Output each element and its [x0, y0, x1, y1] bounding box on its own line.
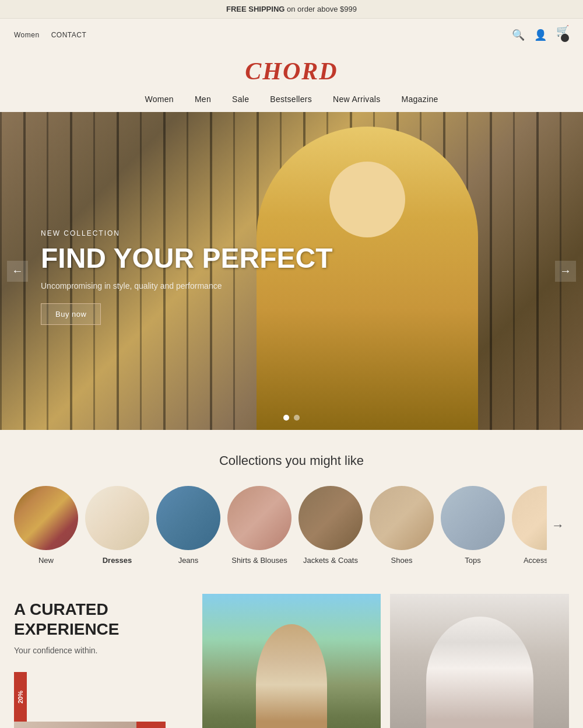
logo-area: CHORD: [0, 51, 583, 89]
collection-circle-accessories: [512, 486, 547, 550]
nav-women[interactable]: Women: [145, 94, 173, 104]
cart-icon[interactable]: 🛒 0: [556, 24, 569, 46]
hero-next-arrow[interactable]: →: [555, 261, 576, 282]
logo-link[interactable]: CHORD: [245, 71, 338, 81]
collection-circle-jackets: [298, 486, 363, 550]
hero-content: NEW COLLECTION FIND YOUR PERFECT Uncompr…: [41, 229, 332, 325]
curated-section: A CURATED EXPERIENCE Your confidence wit…: [0, 576, 583, 728]
collection-item-shoes[interactable]: Shoes: [370, 486, 434, 565]
top-nav-links: Women CONTACT: [14, 31, 86, 39]
curated-model-img-2: [390, 594, 569, 728]
curated-heading: A CURATED EXPERIENCE: [14, 600, 193, 639]
collections-row: New Dresses Jeans Shirts & Blouses Jacke…: [14, 486, 569, 565]
curated-image-right: [390, 594, 569, 728]
collection-circle-new: [14, 486, 78, 550]
collection-label-jackets: Jackets & Coats: [303, 556, 358, 565]
hero-cta-button[interactable]: Buy now: [41, 303, 101, 325]
collection-label-accessories: Accessories: [524, 556, 547, 565]
collection-item-tops[interactable]: Tops: [441, 486, 505, 565]
collections-next-arrow[interactable]: →: [547, 518, 569, 533]
discount-percent: 20%: [17, 691, 24, 704]
top-nav: Women CONTACT 🔍 👤 🛒 0: [0, 19, 583, 51]
curated-discount-badge: 20%: [136, 722, 166, 728]
top-nav-icons: 🔍 👤 🛒 0: [512, 24, 569, 46]
hero-dot-1[interactable]: [283, 415, 289, 421]
collection-item-jeans[interactable]: Jeans: [156, 486, 220, 565]
account-icon[interactable]: 👤: [534, 29, 547, 41]
announcement-bold: FREE SHIPPING: [226, 5, 285, 13]
collection-item-dresses[interactable]: Dresses: [85, 486, 149, 565]
hero-subtitle: NEW COLLECTION: [41, 229, 332, 237]
collection-item-shirts[interactable]: Shirts & Blouses: [227, 486, 292, 565]
collection-circle-shoes: [370, 486, 434, 550]
collection-label-shirts: Shirts & Blouses: [231, 556, 287, 565]
collections-title: Collections you might like: [14, 453, 569, 468]
logo-text: CHORD: [245, 58, 338, 85]
hero-prev-arrow[interactable]: ←: [7, 261, 28, 282]
search-icon[interactable]: 🔍: [512, 29, 525, 41]
nav-shipping-link[interactable]: Women: [14, 31, 40, 39]
hero-dot-2[interactable]: [294, 415, 300, 421]
collection-item-new[interactable]: New: [14, 486, 78, 565]
curated-discount-bar: 20%: [14, 672, 27, 722]
collection-label-shoes: Shoes: [391, 556, 413, 565]
nav-bestsellers[interactable]: Bestsellers: [270, 94, 312, 104]
curated-subtext: Your confidence within.: [14, 646, 193, 655]
collections-scroll: New Dresses Jeans Shirts & Blouses Jacke…: [14, 486, 547, 565]
collection-circle-dresses: [85, 486, 149, 550]
collection-circle-jeans: [156, 486, 220, 550]
collection-circle-tops: [441, 486, 505, 550]
curated-small-product-img: 20%: [14, 722, 166, 728]
collection-label-new: New: [38, 556, 54, 565]
hero-description: Uncompromising in style, quality and per…: [41, 281, 332, 290]
hero-dots: [283, 415, 300, 421]
collection-label-jeans: Jeans: [178, 556, 199, 565]
collection-circle-shirts: [227, 486, 292, 550]
collection-item-accessories[interactable]: Accessories: [512, 486, 547, 565]
curated-model-img-1: [202, 594, 381, 728]
nav-men[interactable]: Men: [195, 94, 211, 104]
collection-label-dresses: Dresses: [103, 556, 132, 565]
main-nav: Women Men Sale Bestsellers New Arrivals …: [0, 89, 583, 112]
announcement-text: on order above $999: [285, 5, 357, 13]
nav-new-arrivals[interactable]: New Arrivals: [333, 94, 380, 104]
curated-text-area: A CURATED EXPERIENCE Your confidence wit…: [14, 594, 193, 728]
hero-background: NEW COLLECTION FIND YOUR PERFECT Uncompr…: [0, 112, 583, 430]
nav-sale[interactable]: Sale: [232, 94, 249, 104]
announcement-bar: FREE SHIPPING on order above $999: [0, 0, 583, 19]
hero-title: FIND YOUR PERFECT: [41, 243, 332, 274]
collection-item-jackets[interactable]: Jackets & Coats: [298, 486, 363, 565]
nav-magazine[interactable]: Magazine: [401, 94, 438, 104]
hero-slider: NEW COLLECTION FIND YOUR PERFECT Uncompr…: [0, 112, 583, 430]
collection-label-tops: Tops: [465, 556, 480, 565]
nav-contact-link[interactable]: CONTACT: [51, 31, 87, 39]
cart-count-badge: 0: [561, 34, 569, 42]
collections-section: Collections you might like New Dresses J…: [0, 430, 583, 576]
curated-image-center: [202, 594, 381, 728]
